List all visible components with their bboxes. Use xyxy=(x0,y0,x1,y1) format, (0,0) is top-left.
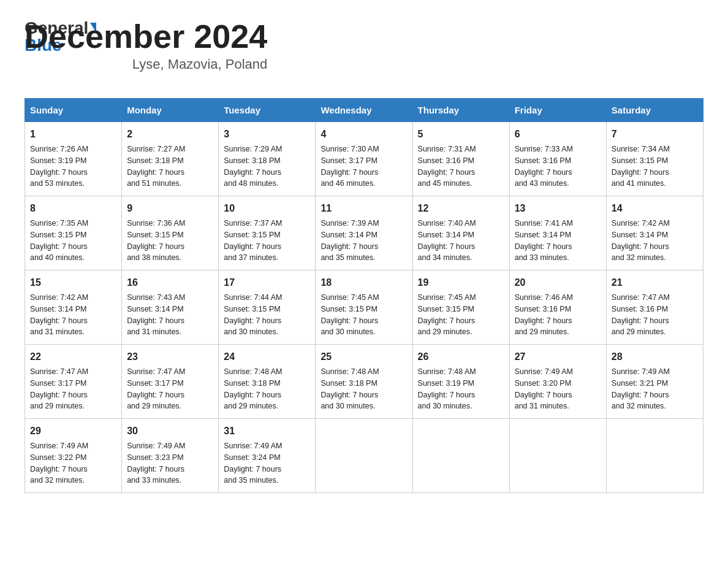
daylight-minutes: and 40 minutes. xyxy=(30,253,85,262)
sunrise-label: Sunrise: 7:26 AM xyxy=(30,145,88,153)
daylight-minutes: and 32 minutes. xyxy=(30,476,85,484)
calendar-cell: 29 Sunrise: 7:49 AM Sunset: 3:22 PM Dayl… xyxy=(25,419,122,493)
calendar-cell: 4 Sunrise: 7:30 AM Sunset: 3:17 PM Dayli… xyxy=(316,122,412,196)
day-number: 15 xyxy=(30,275,116,290)
day-number: 23 xyxy=(127,350,213,364)
daylight-minutes: and 45 minutes. xyxy=(418,179,472,188)
daylight-label: Daylight: 7 hours xyxy=(224,391,281,399)
sunset-label: Sunset: 3:15 PM xyxy=(418,305,474,313)
daylight-minutes: and 32 minutes. xyxy=(612,402,666,410)
day-number: 28 xyxy=(612,350,698,364)
sunset-label: Sunset: 3:15 PM xyxy=(612,156,668,165)
sunrise-label: Sunrise: 7:47 AM xyxy=(612,293,670,302)
sunset-label: Sunset: 3:22 PM xyxy=(30,453,86,462)
calendar-cell: 5 Sunrise: 7:31 AM Sunset: 3:16 PM Dayli… xyxy=(412,122,509,196)
day-number: 21 xyxy=(612,275,698,290)
sunset-label: Sunset: 3:17 PM xyxy=(320,156,377,165)
daylight-label: Daylight: 7 hours xyxy=(224,465,281,473)
calendar-cell: 21 Sunrise: 7:47 AM Sunset: 3:16 PM Dayl… xyxy=(606,270,703,345)
day-number: 31 xyxy=(224,424,310,439)
day-number: 12 xyxy=(418,201,504,216)
day-number: 2 xyxy=(127,127,213,142)
day-number: 19 xyxy=(418,275,504,290)
calendar-cell: 18 Sunrise: 7:45 AM Sunset: 3:15 PM Dayl… xyxy=(316,270,412,345)
calendar-week-row: 8 Sunrise: 7:35 AM Sunset: 3:15 PM Dayli… xyxy=(25,196,703,270)
calendar-location: Lyse, Mazovia, Poland xyxy=(25,56,267,72)
calendar-cell: 25 Sunrise: 7:48 AM Sunset: 3:18 PM Dayl… xyxy=(316,345,412,419)
daylight-label: Daylight: 7 hours xyxy=(320,391,378,399)
sunset-label: Sunset: 3:15 PM xyxy=(30,231,86,239)
sunrise-label: Sunrise: 7:48 AM xyxy=(418,367,476,376)
daylight-minutes: and 33 minutes. xyxy=(515,253,569,262)
daylight-minutes: and 30 minutes. xyxy=(224,327,278,336)
day-number: 16 xyxy=(127,275,213,290)
calendar-cell: 10 Sunrise: 7:37 AM Sunset: 3:15 PM Dayl… xyxy=(219,196,316,270)
daylight-label: Daylight: 7 hours xyxy=(320,316,378,325)
calendar-cell xyxy=(509,419,606,493)
daylight-label: Daylight: 7 hours xyxy=(418,168,476,177)
sunset-label: Sunset: 3:23 PM xyxy=(127,453,183,462)
calendar-cell: 15 Sunrise: 7:42 AM Sunset: 3:14 PM Dayl… xyxy=(25,270,122,345)
sunset-label: Sunset: 3:15 PM xyxy=(320,305,377,313)
day-number: 30 xyxy=(127,424,213,439)
day-number: 6 xyxy=(515,127,601,142)
col-monday: Monday xyxy=(122,99,219,122)
sunrise-label: Sunrise: 7:48 AM xyxy=(224,367,282,376)
daylight-label: Daylight: 7 hours xyxy=(515,316,572,325)
calendar-header-row: Sunday Monday Tuesday Wednesday Thursday… xyxy=(25,99,703,122)
sunset-label: Sunset: 3:14 PM xyxy=(418,231,474,239)
sunset-label: Sunset: 3:14 PM xyxy=(30,305,86,313)
daylight-label: Daylight: 7 hours xyxy=(612,168,669,177)
day-number: 25 xyxy=(320,350,407,364)
daylight-minutes: and 48 minutes. xyxy=(224,179,278,188)
daylight-minutes: and 37 minutes. xyxy=(224,253,278,262)
daylight-label: Daylight: 7 hours xyxy=(515,168,572,177)
daylight-minutes: and 33 minutes. xyxy=(127,476,181,484)
sunrise-label: Sunrise: 7:39 AM xyxy=(320,219,379,228)
sunrise-label: Sunrise: 7:30 AM xyxy=(320,145,379,153)
daylight-minutes: and 29 minutes. xyxy=(418,327,472,336)
sunrise-label: Sunrise: 7:31 AM xyxy=(418,145,476,153)
daylight-minutes: and 30 minutes. xyxy=(320,402,375,410)
calendar-cell xyxy=(606,419,703,493)
sunrise-label: Sunrise: 7:47 AM xyxy=(30,367,88,376)
sunset-label: Sunset: 3:15 PM xyxy=(224,305,280,313)
sunset-label: Sunset: 3:17 PM xyxy=(30,379,86,388)
daylight-label: Daylight: 7 hours xyxy=(612,391,669,399)
daylight-label: Daylight: 7 hours xyxy=(30,242,88,251)
day-number: 7 xyxy=(612,127,698,142)
day-number: 14 xyxy=(612,201,698,216)
col-friday: Friday xyxy=(509,99,606,122)
sunset-label: Sunset: 3:17 PM xyxy=(127,379,183,388)
day-number: 11 xyxy=(320,201,407,216)
daylight-label: Daylight: 7 hours xyxy=(127,168,184,177)
daylight-minutes: and 29 minutes. xyxy=(127,402,181,410)
daylight-label: Daylight: 7 hours xyxy=(612,242,669,251)
daylight-minutes: and 29 minutes. xyxy=(612,327,666,336)
daylight-label: Daylight: 7 hours xyxy=(418,316,476,325)
sunset-label: Sunset: 3:18 PM xyxy=(127,156,183,165)
calendar-cell: 16 Sunrise: 7:43 AM Sunset: 3:14 PM Dayl… xyxy=(122,270,219,345)
calendar-title: December 2024 xyxy=(25,17,267,55)
calendar-cell xyxy=(412,419,509,493)
day-number: 18 xyxy=(320,275,407,290)
sunrise-label: Sunrise: 7:35 AM xyxy=(30,219,88,228)
sunrise-label: Sunrise: 7:47 AM xyxy=(127,367,185,376)
calendar-cell: 24 Sunrise: 7:48 AM Sunset: 3:18 PM Dayl… xyxy=(219,345,316,419)
calendar-cell: 28 Sunrise: 7:49 AM Sunset: 3:21 PM Dayl… xyxy=(606,345,703,419)
sunset-label: Sunset: 3:16 PM xyxy=(612,305,668,313)
sunrise-label: Sunrise: 7:45 AM xyxy=(320,293,379,302)
day-number: 22 xyxy=(30,350,116,364)
calendar-cell: 22 Sunrise: 7:47 AM Sunset: 3:17 PM Dayl… xyxy=(25,345,122,419)
day-number: 13 xyxy=(515,201,601,216)
sunset-label: Sunset: 3:19 PM xyxy=(418,379,474,388)
sunrise-label: Sunrise: 7:42 AM xyxy=(612,219,670,228)
calendar-cell: 19 Sunrise: 7:45 AM Sunset: 3:15 PM Dayl… xyxy=(412,270,509,345)
calendar-cell: 20 Sunrise: 7:46 AM Sunset: 3:16 PM Dayl… xyxy=(509,270,606,345)
daylight-minutes: and 38 minutes. xyxy=(127,253,181,262)
daylight-label: Daylight: 7 hours xyxy=(320,242,378,251)
daylight-label: Daylight: 7 hours xyxy=(127,465,184,473)
day-number: 9 xyxy=(127,201,213,216)
sunset-label: Sunset: 3:15 PM xyxy=(127,231,183,239)
calendar-cell: 30 Sunrise: 7:49 AM Sunset: 3:23 PM Dayl… xyxy=(122,419,219,493)
